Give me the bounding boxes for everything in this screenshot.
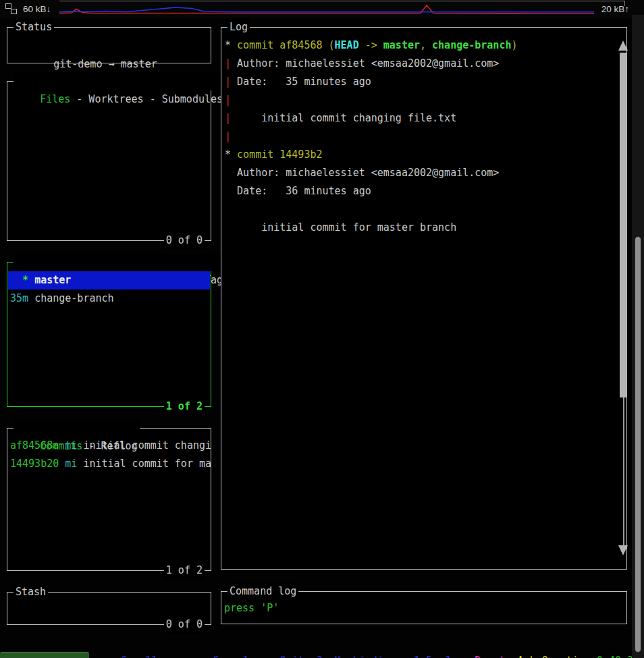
stash-panel-title: Stash [14, 583, 48, 601]
log-content: * commit af84568 (HEAD -> master, change… [225, 36, 616, 237]
status-repo-branch[interactable]: git-demo → master [8, 37, 210, 55]
stash-count: 0 of 0 [164, 615, 205, 634]
log-line[interactable]: | [225, 128, 616, 146]
branch-row-master[interactable]: * master [8, 271, 210, 290]
network-sparkline [59, 3, 594, 17]
download-rate-label: 60 kB↓ [23, 0, 51, 19]
scroll-up-arrow-icon[interactable] [618, 40, 628, 51]
command-log-title: Command log [227, 582, 298, 601]
branches-panel[interactable]: Local branches - Remotes - Tags * master… [7, 262, 211, 407]
log-line[interactable]: * commit af84568 (HEAD -> master, change… [225, 36, 616, 55]
log-line[interactable]: | Date: 35 minutes ago [225, 73, 616, 91]
files-panel-tabs: Files - Worktrees - Submodules [14, 72, 225, 90]
log-line[interactable]: | Author: michaelessiet <emsaa2002@gmail… [225, 55, 616, 73]
log-scrollbar-thumb[interactable] [620, 53, 627, 397]
log-scrollbar-track[interactable] [623, 397, 624, 545]
stash-panel[interactable]: Stash 0 of 0 [7, 592, 211, 625]
log-line[interactable]: * commit 14493b2 [225, 146, 616, 164]
branch-row-change-branch[interactable]: 35m change-branch [8, 290, 210, 308]
window-icon [11, 9, 17, 14]
keybinding-bar: <pgup>/<pgdown>: Scroll, <esc>: Cancel, … [5, 634, 633, 652]
tab-files[interactable]: Files [40, 93, 70, 105]
command-log-entry: press 'P' [222, 599, 626, 618]
background-window-edge [0, 652, 89, 658]
window-scrollbar-thumb[interactable] [635, 236, 641, 653]
network-widget-icon[interactable] [5, 3, 20, 16]
commit-row[interactable]: 14493b20 mi initial commit for ma [8, 455, 210, 473]
log-line[interactable]: Date: 36 minutes ago [225, 182, 616, 200]
branches-count: 1 of 2 [164, 397, 205, 416]
commit-row[interactable]: af84568a mi initial commit changi [8, 437, 210, 455]
status-panel[interactable]: Status git-demo → master [7, 27, 211, 63]
tabs-worktrees-submodules[interactable]: - Worktrees - Submodules [70, 93, 223, 105]
log-panel[interactable]: Log * commit af84568 (HEAD -> master, ch… [221, 27, 627, 570]
branches-panel-tabs: Local branches - Remotes - Tags [14, 253, 231, 271]
commits-panel[interactable]: Commits - Reflog af84568a mi initial com… [7, 428, 211, 571]
ask-question-link[interactable]: Ask Question [518, 655, 591, 658]
log-panel-title: Log [227, 18, 250, 36]
log-line[interactable]: | [225, 91, 616, 109]
log-line[interactable] [225, 200, 616, 219]
command-log-panel[interactable]: Command log press 'P' [221, 591, 627, 624]
log-line[interactable]: | initial commit changing file.txt [225, 109, 616, 128]
current-branch-star: * [22, 274, 28, 286]
scroll-down-arrow-icon[interactable] [618, 545, 628, 555]
files-count: 0 of 0 [164, 231, 205, 250]
commits-count: 1 of 2 [164, 561, 205, 580]
log-line[interactable]: Author: michaelessiet <emsaa2002@gmail.c… [225, 164, 616, 182]
commits-panel-tabs: Commits - Reflog [14, 419, 140, 437]
upload-rate-label: 20 kB↑ [601, 0, 629, 19]
files-panel[interactable]: Files - Worktrees - Submodules 0 of 0 [7, 81, 211, 241]
version-label: 0.40.2 [597, 655, 633, 658]
graph-frame-line [59, 1, 625, 1]
window-icon [5, 3, 11, 9]
donate-link[interactable]: Donate [475, 655, 511, 658]
status-panel-title: Status [14, 18, 54, 36]
log-line[interactable]: initial commit for master branch [225, 219, 616, 237]
menu-bar: 60 kB↓ 20 kB↑ [0, 0, 644, 19]
